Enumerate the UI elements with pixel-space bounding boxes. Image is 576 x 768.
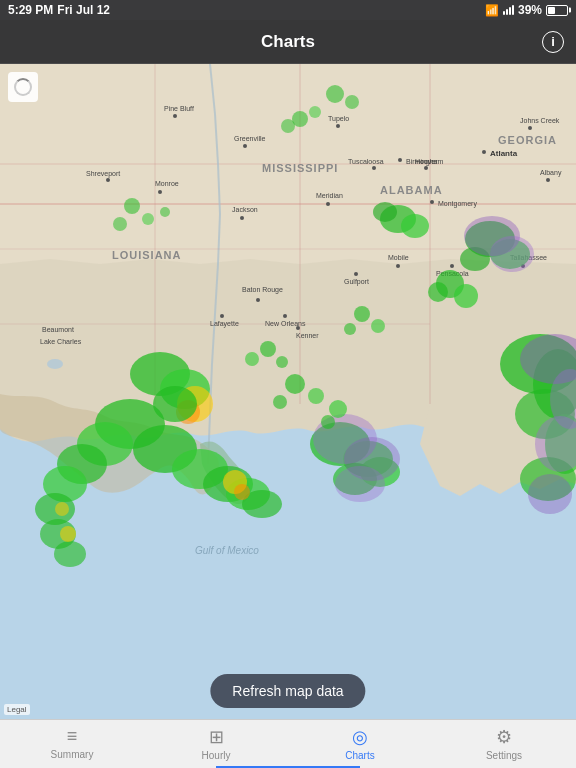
hourly-icon: ⊞ xyxy=(209,726,224,748)
wifi-icon: 📶 xyxy=(485,4,499,17)
svg-point-47 xyxy=(528,126,532,130)
svg-text:Gulf of Mexico: Gulf of Mexico xyxy=(195,545,259,556)
svg-point-121 xyxy=(124,198,140,214)
status-bar: 5:29 PM Fri Jul 12 📶 39% xyxy=(0,0,576,20)
svg-point-35 xyxy=(173,114,177,118)
svg-point-41 xyxy=(546,178,550,182)
svg-text:Gulfport: Gulfport xyxy=(344,278,369,286)
svg-point-27 xyxy=(158,190,162,194)
time-label: 5:29 PM xyxy=(8,3,53,17)
svg-point-125 xyxy=(260,341,276,357)
svg-text:Johns Creek: Johns Creek xyxy=(520,117,560,124)
svg-text:Shreveport: Shreveport xyxy=(86,170,120,178)
svg-point-76 xyxy=(373,202,397,222)
battery-icon xyxy=(546,5,568,16)
svg-text:Atlanta: Atlanta xyxy=(490,149,518,158)
svg-point-43 xyxy=(424,166,428,170)
tab-hourly[interactable]: ⊞ Hourly xyxy=(144,720,288,768)
svg-point-120 xyxy=(345,95,359,109)
svg-text:ALABAMA: ALABAMA xyxy=(380,184,443,196)
svg-point-73 xyxy=(490,236,534,272)
svg-point-17 xyxy=(396,264,400,268)
summary-icon: ≡ xyxy=(67,726,78,747)
svg-text:Monroe: Monroe xyxy=(155,180,179,187)
svg-text:Kenner: Kenner xyxy=(296,332,319,339)
tab-charts[interactable]: ◎ Charts xyxy=(288,720,432,768)
svg-text:Albany: Albany xyxy=(540,169,562,177)
svg-point-105 xyxy=(285,374,305,394)
svg-point-45 xyxy=(372,166,376,170)
tab-bar: ≡ Summary ⊞ Hourly ◎ Charts ⚙ Settings xyxy=(0,719,576,768)
svg-point-33 xyxy=(336,124,340,128)
svg-text:Mobile: Mobile xyxy=(388,254,409,261)
date-label: Fri Jul 12 xyxy=(57,3,110,17)
svg-text:Pine Bluff: Pine Bluff xyxy=(164,105,194,112)
svg-point-25 xyxy=(106,178,110,182)
settings-icon: ⚙ xyxy=(496,726,512,748)
svg-point-123 xyxy=(113,217,127,231)
status-right: 📶 39% xyxy=(485,3,568,17)
svg-text:Baton Rouge: Baton Rouge xyxy=(242,286,283,294)
svg-point-119 xyxy=(326,85,344,103)
svg-text:Greenville: Greenville xyxy=(234,135,266,142)
signal-icon xyxy=(503,5,514,15)
svg-point-104 xyxy=(335,466,385,502)
svg-point-114 xyxy=(371,319,385,333)
svg-point-19 xyxy=(283,314,287,318)
loading-indicator xyxy=(8,72,38,102)
legal-label[interactable]: Legal xyxy=(4,704,30,715)
svg-text:LOUISIANA: LOUISIANA xyxy=(112,249,182,261)
svg-text:GEORGIA: GEORGIA xyxy=(498,134,557,146)
svg-point-107 xyxy=(273,395,287,409)
svg-text:Montgomery: Montgomery xyxy=(438,200,477,208)
svg-text:New Orleans: New Orleans xyxy=(265,320,306,327)
tab-charts-label: Charts xyxy=(345,750,374,761)
svg-point-124 xyxy=(160,207,170,217)
refresh-map-button[interactable]: Refresh map data xyxy=(210,674,365,708)
svg-text:Tuscaloosa: Tuscaloosa xyxy=(348,158,384,165)
svg-point-118 xyxy=(281,119,295,133)
tab-settings-label: Settings xyxy=(486,750,522,761)
svg-point-11 xyxy=(398,158,402,162)
tab-summary[interactable]: ≡ Summary xyxy=(0,720,144,768)
svg-point-115 xyxy=(344,323,356,335)
svg-point-75 xyxy=(401,214,429,238)
svg-point-49 xyxy=(296,326,300,330)
tab-hourly-label: Hourly xyxy=(202,750,231,761)
spinner-icon xyxy=(14,78,32,96)
svg-point-23 xyxy=(220,314,224,318)
nav-title: Charts xyxy=(261,32,315,52)
svg-point-117 xyxy=(309,106,321,118)
svg-point-9 xyxy=(482,150,486,154)
map-container[interactable]: Atlanta Birmingham Montgomery Pensacola … xyxy=(0,64,576,719)
battery-pct-label: 39% xyxy=(518,3,542,17)
tab-summary-label: Summary xyxy=(51,749,94,760)
svg-point-68 xyxy=(528,474,572,514)
svg-text:Lake Charles: Lake Charles xyxy=(40,338,82,345)
svg-point-8 xyxy=(47,359,63,369)
svg-point-15 xyxy=(450,264,454,268)
charts-icon: ◎ xyxy=(352,726,368,748)
svg-point-127 xyxy=(276,356,288,368)
svg-text:Beaumont: Beaumont xyxy=(42,326,74,333)
svg-text:Jackson: Jackson xyxy=(232,206,258,213)
info-button[interactable]: i xyxy=(542,31,564,53)
svg-point-106 xyxy=(308,388,324,404)
svg-text:Hoover: Hoover xyxy=(415,158,438,165)
svg-text:MISSISSIPPI: MISSISSIPPI xyxy=(262,162,338,174)
svg-point-108 xyxy=(329,400,347,418)
map-background: Atlanta Birmingham Montgomery Pensacola … xyxy=(0,64,576,719)
tab-settings[interactable]: ⚙ Settings xyxy=(432,720,576,768)
svg-point-126 xyxy=(245,352,259,366)
svg-point-89 xyxy=(60,526,76,542)
svg-text:Lafayette: Lafayette xyxy=(210,320,239,328)
svg-text:Tupelo: Tupelo xyxy=(328,115,349,123)
map-svg: Atlanta Birmingham Montgomery Pensacola … xyxy=(0,64,576,719)
svg-point-111 xyxy=(454,284,478,308)
svg-point-88 xyxy=(54,541,86,567)
svg-point-112 xyxy=(428,282,448,302)
svg-text:Meridian: Meridian xyxy=(316,192,343,199)
svg-point-122 xyxy=(142,213,154,225)
svg-point-90 xyxy=(55,502,69,516)
nav-bar: Charts i xyxy=(0,20,576,64)
